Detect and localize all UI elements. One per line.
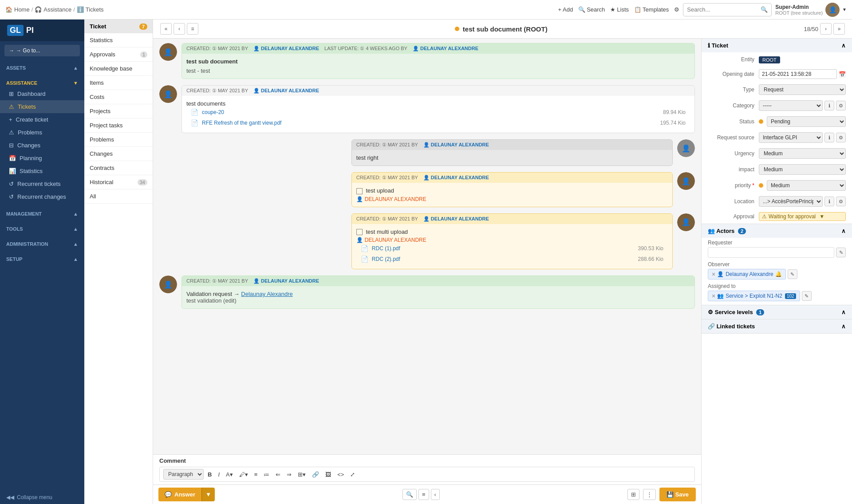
sidebar-item-recurrent-changes[interactable]: ↺ Recurrent changes [0, 190, 84, 203]
management-header[interactable]: Management ▲ [0, 209, 84, 218]
save-button[interactable]: 💾 Save [659, 488, 696, 501]
secondary-nav-approvals[interactable]: Approvals 1 [84, 47, 153, 62]
assets-header[interactable]: Assets ▲ [0, 63, 84, 72]
sidebar-item-dashboard[interactable]: ⊞ Dashboard [0, 87, 84, 100]
answer-button[interactable]: 💬 Answer [158, 488, 201, 501]
highlight-button[interactable]: 🖊▾ [237, 469, 250, 480]
paragraph-select[interactable]: Paragraph [163, 469, 204, 480]
task-checkbox-1[interactable] [356, 188, 363, 194]
assigned-edit-icon[interactable]: ✎ [802, 291, 812, 301]
sidebar-item-create-ticket[interactable]: + Create ticket [0, 113, 84, 126]
request-source-select[interactable]: Interface GLPI [759, 132, 823, 143]
collapse-menu-button[interactable]: ◀◀ Collapse menu [0, 491, 84, 504]
filter-icon-btn[interactable]: 🔍 [402, 489, 417, 500]
opening-date-input[interactable] [759, 69, 837, 79]
type-select[interactable]: Request Incident [759, 84, 846, 95]
bullet-list-button[interactable]: ≡ [252, 469, 260, 480]
actors-section-header[interactable]: 👥 Actors 2 ∧ [702, 224, 852, 238]
source-settings-icon[interactable]: ⚙ [836, 133, 846, 142]
observer-edit-icon[interactable]: ✎ [788, 269, 797, 279]
table-button[interactable]: ⊞▾ [296, 469, 308, 480]
search-bar[interactable]: 🔍 [683, 3, 772, 16]
answer-dropdown-button[interactable]: ▼ [201, 488, 215, 501]
category-info-icon[interactable]: ℹ [824, 101, 834, 110]
task-checkbox-2[interactable] [356, 229, 363, 235]
location-select[interactable]: ...> AccèsPortePrincipale [759, 196, 823, 207]
impact-select[interactable]: Medium Very Low Low High Very High [759, 164, 846, 175]
next-next-button[interactable]: » [833, 23, 845, 35]
indent-button[interactable]: ⇒ [284, 469, 294, 480]
administration-header[interactable]: Administration ▲ [0, 239, 84, 248]
priority-select[interactable]: Medium Very Low Low High Very High [767, 180, 846, 191]
sidebar-item-changes[interactable]: ⊟ Changes [0, 139, 84, 152]
user-avatar[interactable]: 👤 [825, 3, 840, 17]
category-settings-icon[interactable]: ⚙ [836, 101, 846, 110]
source-info-icon[interactable]: ℹ [824, 133, 834, 142]
next-button[interactable]: › [820, 23, 832, 35]
linked-tickets-header[interactable]: 🔗 Linked tickets ∧ [702, 319, 852, 333]
settings-icon[interactable]: ⚙ [674, 6, 679, 13]
secondary-nav-problems[interactable]: Problems [84, 133, 153, 147]
link-button[interactable]: 🔗 [310, 469, 321, 480]
sidebar-item-planning[interactable]: 📅 Planning [0, 152, 84, 165]
breadcrumb-assistance[interactable]: Assistance [43, 6, 71, 13]
secondary-nav-project-tasks[interactable]: Project tasks [84, 118, 153, 133]
calendar-icon[interactable]: 📅 [839, 71, 846, 78]
italic-button[interactable]: I [216, 469, 222, 480]
prev-prev-button[interactable]: « [160, 23, 172, 35]
numbered-list-button[interactable]: ≔ [261, 469, 272, 480]
tools-header[interactable]: Tools ▲ [0, 224, 84, 233]
list-icon-btn[interactable]: ≡ [418, 489, 429, 500]
assistance-header[interactable]: Assistance ▼ [0, 78, 84, 87]
search-button[interactable]: 🔍 Search [578, 6, 605, 13]
actors-collapse-icon[interactable]: ∧ [841, 228, 846, 234]
code-button[interactable]: <> [335, 469, 346, 480]
lists-button[interactable]: ★ Lists [610, 6, 629, 13]
validation-link[interactable]: Delaunay Alexandre [241, 291, 292, 297]
search-input[interactable] [687, 6, 761, 13]
ticket-section-header[interactable]: ℹ Ticket ∧ [702, 39, 852, 52]
attachment-rdc2[interactable]: 📄 RDC (2).pdf 288.66 Kio [356, 254, 668, 264]
add-button[interactable]: + Add [558, 6, 573, 13]
observer-remove-btn[interactable]: × [712, 271, 715, 278]
ticket-collapse-icon[interactable]: ∧ [841, 42, 846, 49]
secondary-nav-statistics[interactable]: Statistics [84, 33, 153, 47]
sidebar-goto[interactable]: → → Go to... [4, 45, 80, 56]
search-icon[interactable]: 🔍 [761, 6, 768, 13]
fullscreen-button[interactable]: ⤢ [348, 469, 357, 480]
service-levels-header[interactable]: ⚙ Service levels 1 ∧ [702, 305, 852, 319]
urgency-select[interactable]: Medium Very Low Low High Very High [759, 148, 846, 159]
secondary-nav-all[interactable]: All [84, 189, 153, 204]
requester-input[interactable] [708, 247, 834, 258]
breadcrumb-tickets[interactable]: Tickets [86, 6, 104, 13]
approval-dropdown-icon[interactable]: ▼ [819, 213, 824, 220]
outdent-button[interactable]: ⇐ [273, 469, 283, 480]
sidebar-item-recurrent-tickets[interactable]: ↺ Recurrent tickets [0, 177, 84, 190]
image-button[interactable]: 🖼 [323, 469, 333, 480]
sidebar-item-statistics[interactable]: 📊 Statistics [0, 165, 84, 177]
attachment-rfe[interactable]: 📄 RFE Refresh of the gantt view.pdf 195.… [186, 118, 690, 128]
requester-edit-icon[interactable]: ✎ [836, 248, 846, 257]
templates-button[interactable]: 📋 Templates [634, 6, 669, 13]
more-options-btn[interactable]: ⋮ [643, 489, 656, 500]
secondary-nav-costs[interactable]: Costs [84, 90, 153, 104]
breadcrumb-home[interactable]: Home [14, 6, 30, 13]
secondary-nav-knowledge-base[interactable]: Knowledge base [84, 62, 153, 76]
prev-button[interactable]: ‹ [174, 23, 185, 35]
assigned-remove-btn[interactable]: × [712, 292, 715, 299]
grid-view-btn[interactable]: ⊞ [627, 489, 639, 500]
bold-button[interactable]: B [205, 469, 214, 480]
attachment-coupe20[interactable]: 📄 coupe-20 89.94 Kio [186, 107, 690, 118]
linked-tickets-collapse-icon[interactable]: ∧ [841, 323, 846, 330]
user-dropdown-icon[interactable]: ▼ [842, 7, 847, 12]
secondary-nav-changes[interactable]: Changes [84, 147, 153, 161]
secondary-nav-items[interactable]: Items [84, 76, 153, 90]
text-color-button[interactable]: A▾ [224, 469, 235, 480]
setup-header[interactable]: Setup ▲ [0, 254, 84, 264]
sidebar-item-problems[interactable]: ⚠ Problems [0, 126, 84, 139]
secondary-nav-historical[interactable]: Historical 34 [84, 175, 153, 189]
secondary-nav-projects[interactable]: Projects [84, 104, 153, 118]
secondary-nav-contracts[interactable]: Contracts [84, 161, 153, 175]
service-levels-collapse-icon[interactable]: ∧ [841, 309, 846, 315]
sidebar-item-tickets[interactable]: ⚠ Tickets [0, 100, 84, 113]
